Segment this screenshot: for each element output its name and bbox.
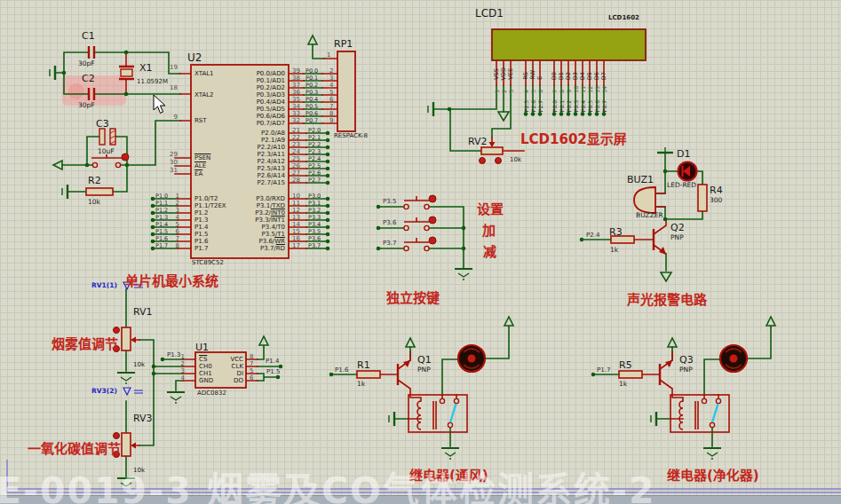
pot-rv2[interactable] [481,147,503,154]
r5-value: 1k [619,380,627,388]
d1-ref: D1 [677,148,690,160]
rv3-ref: RV3 [133,413,153,424]
button-actuator[interactable] [429,237,436,244]
u2-p3-pin-nums: 1011121314151617 [292,193,300,249]
r2-ref: R2 [88,175,101,186]
q3-part: PNP [679,366,693,374]
lcd-ctrl-pin-names: RSRWE [522,57,543,80]
relay-purifier[interactable] [670,395,729,432]
u2-pin18-num: 18 [163,84,178,91]
lcd-power-pin-nums: 123 [493,83,514,93]
buzzer-buz1[interactable] [634,187,655,213]
u2-part: STC89C52 [192,259,224,266]
caption-key-set: 设置 [477,199,504,217]
net-p3_7: P3.7 [383,240,396,247]
rv1-value: 10k [133,361,145,368]
button-actuator[interactable] [429,217,436,224]
u2-p2-pin-nums: 2122232425262728 [292,127,300,184]
q1-part: PNP [417,366,431,374]
u2-pin9-num: 9 [163,114,178,121]
caption-keys: 独立按键 [386,287,440,306]
key-buttons[interactable] [404,195,436,251]
q3-ref: Q3 [679,354,694,366]
resistor-r1[interactable] [357,371,380,378]
caption-key-add: 加 [482,220,496,239]
u2-p0-pin-nums: 3938373635343332 [292,67,300,124]
net-p1_4: P1.4 [266,358,279,365]
resistor-r2[interactable] [86,188,113,195]
resistor-r5[interactable] [619,371,642,378]
lcd-ref: LCD1 [475,7,504,20]
relay-fan[interactable] [409,395,467,432]
button-actuator[interactable] [429,195,436,202]
r3-value: 1k [610,246,618,254]
q2-part: PNP [670,233,684,241]
u1-part: ADC0832 [197,390,226,397]
caption-co: 一氧化碳值调节 [28,438,121,457]
x1-ref: X1 [139,62,153,74]
rp1-ref: RP1 [334,38,353,50]
relay-switch-blade [712,404,718,422]
motor-purifier[interactable] [720,345,747,372]
u2-p0-net-labels: P0.0P0.1P0.2P0.3P0.4P0.5P0.6P0.7 [305,67,318,124]
rv1-ref: RV1 [133,306,153,318]
motor-fan[interactable] [458,345,485,372]
u2-ref: U2 [187,51,202,64]
pot-rv1[interactable] [122,327,131,350]
r1-value: 1k [357,380,365,388]
net-p2_4: P2.4 [586,232,599,239]
net-p3_5: P3.5 [383,198,396,205]
lcd-data-net-labels: P0.0P0.1P0.2P0.3P0.4P0.5P0.6P0.7 [551,91,607,112]
rp1-pin1-num: 1 [327,51,330,59]
q2-ref: Q2 [670,222,685,233]
u2-p3-pin-names: P3.0/RXDP3.1/TXDP3.2/INT0P3.3/INT1P3.4/T… [204,195,285,252]
u2-p3-net-labels: P3.0P3.1P3.2P3.3P3.4P3.5P3.6P3.7 [308,193,321,249]
lcd-power-pin-names: VSSVDDVEE [493,57,514,80]
lcd-data-pin-names: D0D1D2D3D4D5D6D7 [551,57,607,80]
rp1-pin-nums: 23456789 [329,67,333,124]
caption-smoke: 烟雾值调节 [52,334,118,352]
net-p1_7: P1.7 [597,366,610,374]
caption-relay-purifier: 继电器(净化器) [667,465,759,484]
q1-ref: Q1 [417,354,432,366]
led-d1[interactable] [678,162,697,181]
terminal-rv1: RV1(1) [91,281,117,289]
u2-p1-net-labels: P1.0P1.1P1.2P1.3P1.4P1.5P1.6P1.7 [155,193,168,249]
caption-lcd: LCD1602显示屏 [520,129,627,147]
c1-ref: C1 [82,30,95,42]
pot-rv3[interactable] [122,433,131,456]
r2-value: 10k [88,198,100,206]
d1-part: LED-RED [667,181,696,189]
watermark-text: E-0019-3 烟雾及CO气体检测系统-2 [0,461,655,504]
c2-ref: C2 [82,73,95,84]
u1-ref: U1 [195,342,209,353]
net-p1_5: P1.5 [266,368,280,375]
lcd-part: LCD1602 [608,14,639,21]
r3-ref: R3 [609,226,623,238]
reset-button-actuator[interactable] [122,154,129,161]
highlight-spot [68,83,84,99]
rv2-value: 10k [510,156,521,163]
lcd-ctrl-net-labels: P2.5P2.6P2.7 [522,91,543,112]
respack-rp1-body[interactable] [337,51,355,131]
u2-p2-net-labels: P2.0P2.1P2.2P2.3P2.4P2.5P2.6P2.7 [308,127,321,184]
net-p3_6: P3.6 [383,219,396,226]
u1-right-pin-names: VCCCLKDIDO [218,356,243,384]
buz1-part: BUZZER [636,211,663,219]
u2-ctrl-pin-nums: 293031 [163,151,178,175]
capacitor-c3[interactable] [99,129,115,145]
caption-key-sub: 减 [483,241,496,260]
r4-ref: R4 [710,185,723,196]
u1-right-pin-nums: 8756 [250,353,260,382]
c3-value: 10uF [98,147,115,155]
c2-value: 30pF [78,101,95,109]
wires [55,44,771,476]
lcd-screen[interactable] [492,29,646,60]
resistor-r4[interactable] [698,185,707,211]
u2-p0-pin-names: P0.0/AD0P0.1/AD1P0.2/AD2P0.3/AD3P0.4/AD4… [204,70,285,127]
net-p1_3: P1.3 [167,351,180,358]
crystal-x1-body[interactable] [121,69,132,76]
rp1-part: RESPACK-8 [334,132,368,139]
buz1-ref: BUZ1 [627,174,654,185]
rv2-ref: RV2 [468,136,488,147]
